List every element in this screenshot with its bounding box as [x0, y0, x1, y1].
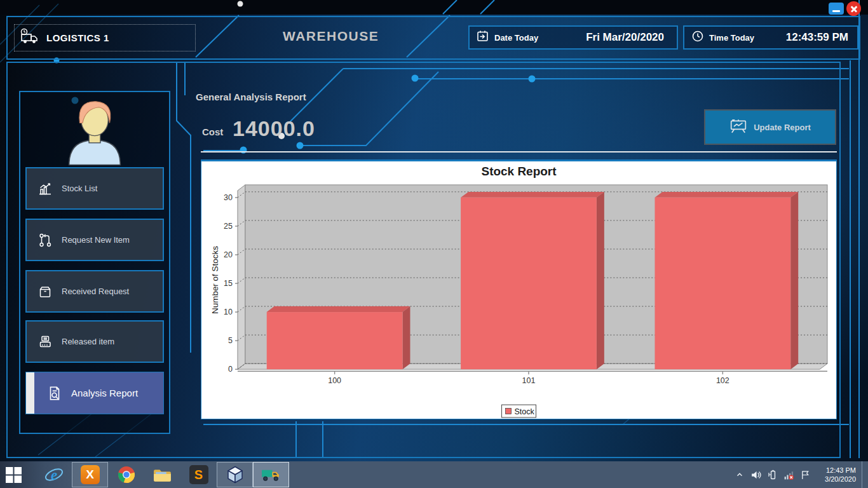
- sublime-logo: S: [189, 465, 208, 484]
- sidebar-item-request-new-item[interactable]: Request New Item: [25, 219, 164, 261]
- start-button[interactable]: [5, 466, 33, 484]
- taskbar-icon-chrome[interactable]: [108, 462, 144, 487]
- sidebar-item-received-request[interactable]: Received Request: [25, 270, 164, 313]
- page-title: WAREHOUSE: [283, 29, 379, 44]
- volume-icon[interactable]: [750, 470, 761, 480]
- tray-clock[interactable]: 12:43 PM 3/20/2020: [817, 466, 856, 484]
- stock-list-icon: [37, 180, 53, 197]
- taskbar-icon-internet-explorer[interactable]: e: [36, 462, 72, 487]
- time-value: 12:43:59 PM: [786, 31, 848, 44]
- logistics-truck-icon: [20, 28, 44, 48]
- app-name: LOGISTICS 1: [46, 32, 109, 43]
- time-label: Time Today: [709, 33, 754, 43]
- minimize-button[interactable]: [829, 3, 844, 15]
- received-request-icon: [37, 283, 53, 300]
- time-box: Time Today 12:43:59 PM: [683, 25, 858, 50]
- show-desktop-button[interactable]: [862, 461, 867, 488]
- taskbar-icon-file-explorer[interactable]: [144, 462, 180, 487]
- action-center-flag-icon[interactable]: [800, 470, 811, 480]
- network-disconnected-icon[interactable]: [783, 470, 794, 480]
- sidebar-item-label: Request New Item: [62, 235, 130, 245]
- svg-text:25: 25: [224, 222, 233, 231]
- presentation-chart-icon: [729, 119, 747, 136]
- sidebar-item-released-item[interactable]: Released item: [25, 320, 164, 363]
- taskbar-icon-netbeans[interactable]: [217, 462, 253, 487]
- hidden-icons-chevron[interactable]: [734, 470, 745, 480]
- date-box: Date Today Fri Mar/20/2020: [468, 25, 678, 50]
- close-button[interactable]: [846, 1, 861, 16]
- cost-label: Cost: [202, 126, 223, 137]
- sidebar: Stock List Request New Item: [19, 91, 170, 434]
- sidebar-item-label: Released item: [62, 337, 114, 346]
- date-label: Date Today: [494, 33, 538, 43]
- update-report-button[interactable]: Update Report: [704, 109, 836, 145]
- header-bar: LOGISTICS 1 WAREHOUSE Date Today Fri Mar…: [6, 16, 860, 60]
- taskbar-icon-xampp[interactable]: X: [72, 462, 108, 487]
- date-value: Fri Mar/20/2020: [586, 31, 664, 44]
- system-tray: 12:43 PM 3/20/2020: [734, 461, 868, 488]
- sidebar-item-label: Analysis Report: [71, 388, 138, 398]
- svg-text:102: 102: [716, 376, 729, 385]
- sidebar-item-stock-list[interactable]: Stock List: [25, 167, 164, 210]
- svg-text:0: 0: [228, 365, 233, 374]
- svg-text:15: 15: [224, 279, 233, 288]
- sidebar-item-label: Stock List: [62, 184, 97, 193]
- svg-text:100: 100: [328, 376, 341, 385]
- power-icon[interactable]: [767, 470, 778, 480]
- tray-time: 12:43 PM: [817, 466, 856, 475]
- svg-text:Number of Stocks: Number of Stocks: [210, 246, 220, 314]
- clock-icon: [691, 29, 705, 46]
- app-window: LOGISTICS 1 WAREHOUSE Date Today Fri Mar…: [0, 0, 868, 461]
- svg-text:10: 10: [224, 308, 233, 316]
- taskbar: e X S: [0, 461, 868, 488]
- taskbar-icon-logistics-app[interactable]: [253, 462, 289, 487]
- analysis-report-icon: [46, 385, 63, 402]
- user-avatar: [58, 97, 131, 168]
- svg-text:30: 30: [224, 193, 233, 202]
- titlebar: [0, 0, 868, 15]
- update-report-label: Update Report: [754, 123, 811, 132]
- svg-text:e: e: [50, 467, 57, 483]
- cost-value: 14000.0: [233, 116, 315, 141]
- separator-line: [201, 151, 837, 152]
- sidebar-item-analysis-report[interactable]: Analysis Report: [25, 372, 164, 414]
- taskbar-apps: e X S: [36, 462, 289, 487]
- xampp-logo: X: [81, 465, 100, 484]
- calendar-icon: [476, 29, 490, 46]
- app-logo: LOGISTICS 1: [14, 24, 196, 51]
- chart-panel: Stock Report051015202530100101102Number …: [201, 159, 837, 419]
- tray-date: 3/20/2020: [817, 475, 856, 484]
- section-title: General Analysis Report: [196, 92, 306, 102]
- svg-text:5: 5: [228, 336, 233, 345]
- released-item-icon: [37, 334, 53, 350]
- stock-report-chart: Stock Report051015202530100101102Number …: [201, 161, 836, 419]
- svg-text:Stock: Stock: [515, 407, 535, 416]
- taskbar-icon-sublime-text[interactable]: S: [180, 462, 217, 487]
- svg-text:Stock Report: Stock Report: [481, 165, 557, 178]
- sidebar-item-label: Received Request: [62, 287, 129, 296]
- svg-text:20: 20: [224, 250, 233, 259]
- request-new-item-icon: [37, 232, 53, 248]
- svg-text:101: 101: [522, 376, 536, 385]
